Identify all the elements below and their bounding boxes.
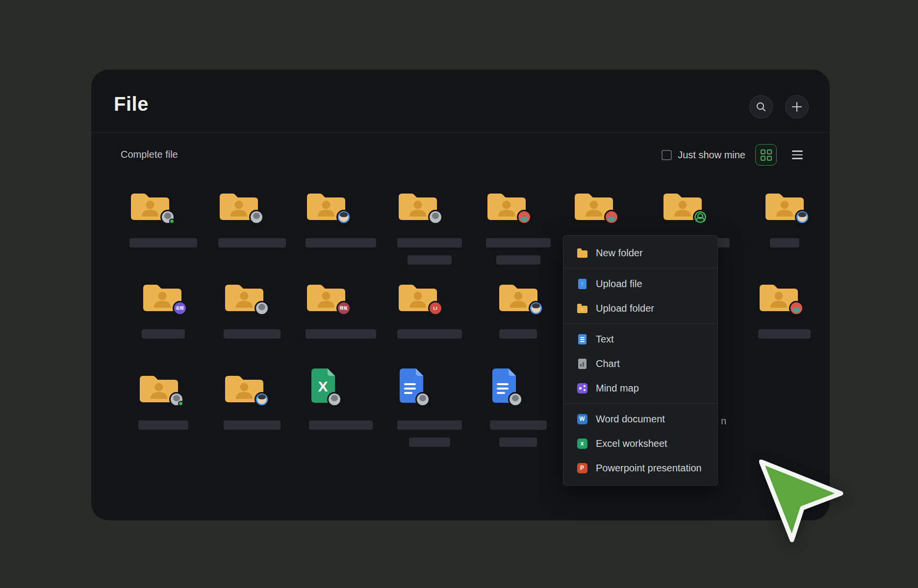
menu-item-upload-file[interactable]: ↑ Upload file bbox=[563, 271, 717, 296]
avatar bbox=[517, 210, 532, 224]
file-name-placeholder bbox=[409, 438, 450, 447]
file-name-placeholder bbox=[142, 329, 185, 339]
word-icon: W bbox=[577, 414, 587, 424]
file-name-placeholder bbox=[499, 329, 537, 339]
file-name-placeholder bbox=[397, 329, 462, 339]
file-name-placeholder bbox=[758, 329, 811, 339]
excel-icon: x bbox=[577, 439, 587, 449]
avatar bbox=[255, 301, 269, 316]
file-name-placeholder bbox=[129, 238, 197, 247]
avatar bbox=[789, 301, 804, 316]
menu-item-label: Word document bbox=[596, 414, 665, 425]
file-name-placeholder bbox=[309, 420, 373, 430]
file-item[interactable] bbox=[224, 366, 280, 430]
menu-item-new-folder[interactable]: New folder bbox=[563, 241, 717, 265]
header-divider bbox=[91, 132, 830, 133]
file-item[interactable] bbox=[486, 183, 551, 265]
file-name-placeholder bbox=[397, 238, 462, 247]
menu-item-label: New folder bbox=[596, 247, 643, 259]
menu-item-mind-map[interactable]: Mind map bbox=[563, 376, 717, 400]
menu-item-upload-folder[interactable]: ↑ Upload folder bbox=[563, 296, 717, 320]
menu-item-label: Mind map bbox=[596, 383, 639, 394]
avatar bbox=[336, 210, 351, 224]
avatar bbox=[169, 392, 184, 407]
avatar: 志程 bbox=[173, 301, 187, 316]
partially-hidden-file-name: n bbox=[721, 416, 726, 427]
menu-item-label: Excel worksheet bbox=[596, 438, 667, 449]
file-name-placeholder bbox=[486, 238, 551, 247]
avatar bbox=[795, 210, 810, 224]
menu-divider bbox=[563, 268, 717, 269]
file-item[interactable] bbox=[224, 274, 280, 339]
page-title: File bbox=[114, 93, 149, 115]
file-item[interactable] bbox=[397, 183, 462, 265]
file-item[interactable] bbox=[397, 366, 462, 447]
file-item[interactable]: LI bbox=[397, 274, 462, 339]
avatar: 很短 bbox=[336, 301, 351, 316]
avatar bbox=[428, 210, 443, 224]
menu-item-label: Powerpoint presentation bbox=[596, 463, 702, 474]
avatar bbox=[508, 392, 523, 407]
menu-divider bbox=[563, 323, 717, 324]
menu-item-text[interactable]: Text bbox=[563, 327, 717, 351]
menu-item-powerpoint-presentation[interactable]: P Powerpoint presentation bbox=[563, 456, 717, 480]
avatar bbox=[529, 301, 543, 316]
grid-view-button[interactable] bbox=[755, 144, 777, 166]
file-name-placeholder bbox=[499, 438, 537, 447]
file-name-placeholder bbox=[138, 420, 188, 430]
file-item[interactable]: X bbox=[309, 366, 373, 430]
chart-doc-icon bbox=[578, 359, 586, 369]
file-item[interactable] bbox=[764, 183, 805, 247]
menu-item-label: Text bbox=[596, 334, 614, 345]
desktop-background: { "window": { "title": "File" }, "toolba… bbox=[0, 0, 918, 588]
file-name-placeholder bbox=[224, 420, 280, 430]
avatar bbox=[327, 392, 342, 407]
file-item[interactable]: 很短 bbox=[306, 274, 376, 339]
menu-item-word-document[interactable]: W Word document bbox=[563, 407, 717, 431]
menu-item-excel-worksheet[interactable]: x Excel worksheet bbox=[563, 431, 717, 456]
create-menu: New folder ↑ Upload file ↑ Upload folder… bbox=[563, 235, 718, 486]
file-name-placeholder bbox=[224, 329, 280, 339]
list-view-icon bbox=[792, 150, 803, 152]
cursor-arrow-icon bbox=[759, 460, 847, 550]
avatar bbox=[160, 210, 175, 224]
plus-icon bbox=[792, 102, 802, 112]
list-view-button[interactable] bbox=[787, 144, 808, 166]
section-label: Complete file bbox=[121, 149, 178, 160]
file-name-placeholder bbox=[306, 238, 376, 247]
menu-item-chart[interactable]: Chart bbox=[563, 351, 717, 376]
file-item[interactable] bbox=[758, 274, 811, 339]
add-button[interactable] bbox=[785, 95, 809, 119]
shared-user-avatar bbox=[693, 210, 708, 224]
file-name-placeholder bbox=[770, 238, 799, 247]
file-item[interactable] bbox=[498, 274, 539, 339]
file-item[interactable] bbox=[129, 183, 197, 247]
just-show-mine-label: Just show mine bbox=[678, 149, 745, 161]
file-name-placeholder bbox=[496, 255, 540, 265]
upload-file-icon: ↑ bbox=[578, 279, 586, 289]
file-name-placeholder bbox=[306, 329, 376, 339]
avatar bbox=[604, 210, 619, 224]
file-manager-window: File Complete file Just show mine bbox=[91, 70, 830, 520]
search-button[interactable] bbox=[749, 95, 773, 119]
online-dot bbox=[178, 401, 183, 406]
file-name-placeholder bbox=[218, 238, 286, 247]
file-item[interactable] bbox=[306, 183, 376, 247]
view-toolbar: Just show mine bbox=[662, 144, 808, 166]
mind-map-icon bbox=[577, 383, 587, 393]
file-name-placeholder bbox=[397, 420, 462, 430]
menu-divider bbox=[563, 403, 717, 404]
file-item[interactable] bbox=[138, 366, 188, 430]
powerpoint-icon: P bbox=[577, 463, 587, 473]
file-item[interactable] bbox=[490, 366, 547, 447]
new-folder-icon bbox=[577, 250, 587, 258]
menu-item-label: Upload file bbox=[596, 278, 642, 290]
search-icon bbox=[756, 101, 766, 112]
file-item[interactable] bbox=[218, 183, 286, 247]
just-show-mine-checkbox[interactable] bbox=[662, 150, 672, 160]
grid-view-icon bbox=[761, 149, 772, 161]
avatar bbox=[255, 392, 269, 407]
avatar bbox=[415, 392, 430, 407]
upload-folder-icon: ↑ bbox=[577, 306, 587, 313]
file-item[interactable]: 志程 bbox=[142, 274, 185, 339]
